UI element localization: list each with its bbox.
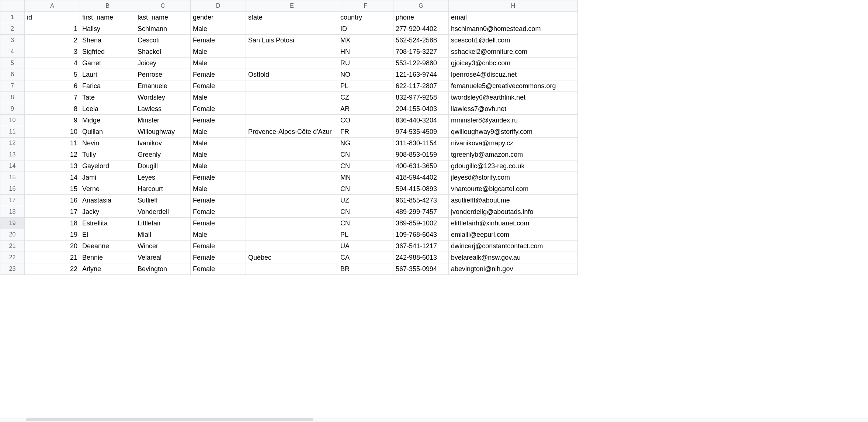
cell-B16[interactable]: Verne — [80, 183, 135, 195]
cell-C14[interactable]: Dougill — [135, 160, 191, 172]
cell-G15[interactable]: 418-594-4402 — [393, 172, 449, 183]
cell-C9[interactable]: Lawless — [135, 103, 191, 115]
row-header-6[interactable]: 6 — [0, 69, 25, 80]
cell-B15[interactable]: Jami — [80, 172, 135, 183]
cell-E5[interactable] — [246, 58, 338, 69]
cell-E9[interactable] — [246, 103, 338, 115]
cell-H6[interactable]: lpenrose4@discuz.net — [449, 69, 578, 80]
cell-B2[interactable]: Hallsy — [80, 23, 135, 35]
cell-E22[interactable]: Québec — [246, 252, 338, 263]
cell-B20[interactable]: El — [80, 229, 135, 241]
cell-C8[interactable]: Wordsley — [135, 92, 191, 103]
row-header-12[interactable]: 12 — [0, 138, 25, 149]
cell-B4[interactable]: Sigfried — [80, 46, 135, 58]
cell-D10[interactable]: Female — [191, 115, 246, 126]
cell-D6[interactable]: Female — [191, 69, 246, 80]
cell-C20[interactable]: Miall — [135, 229, 191, 241]
row-header-16[interactable]: 16 — [0, 183, 25, 195]
cell-H9[interactable]: llawless7@ovh.net — [449, 103, 578, 115]
row-header-8[interactable]: 8 — [0, 92, 25, 103]
cell-C21[interactable]: Wincer — [135, 241, 191, 252]
cell-D8[interactable]: Male — [191, 92, 246, 103]
cell-A14[interactable]: 13 — [25, 160, 80, 172]
cell-C3[interactable]: Cescoti — [135, 35, 191, 46]
cell-F20[interactable]: PL — [338, 229, 393, 241]
column-header-F[interactable]: F — [338, 0, 393, 12]
cell-H20[interactable]: emialli@eepurl.com — [449, 229, 578, 241]
cell-B9[interactable]: Leela — [80, 103, 135, 115]
cell-F1[interactable]: country — [338, 12, 393, 23]
cell-G9[interactable]: 204-155-0403 — [393, 103, 449, 115]
cell-C4[interactable]: Shackel — [135, 46, 191, 58]
cell-F12[interactable]: NG — [338, 138, 393, 149]
row-header-10[interactable]: 10 — [0, 115, 25, 126]
cell-H2[interactable]: hschimann0@homestead.com — [449, 23, 578, 35]
cell-A15[interactable]: 14 — [25, 172, 80, 183]
column-header-B[interactable]: B — [80, 0, 135, 12]
cell-F8[interactable]: CZ — [338, 92, 393, 103]
cell-D5[interactable]: Male — [191, 58, 246, 69]
cell-D21[interactable]: Female — [191, 241, 246, 252]
cell-A23[interactable]: 22 — [25, 263, 80, 275]
cell-H4[interactable]: sshackel2@omniture.com — [449, 46, 578, 58]
cell-F19[interactable]: CN — [338, 218, 393, 229]
row-header-23[interactable]: 23 — [0, 263, 25, 275]
cell-F22[interactable]: CA — [338, 252, 393, 263]
column-header-D[interactable]: D — [191, 0, 246, 12]
cell-A9[interactable]: 8 — [25, 103, 80, 115]
cell-C13[interactable]: Greenly — [135, 149, 191, 160]
cell-C12[interactable]: Ivanikov — [135, 138, 191, 149]
row-header-3[interactable]: 3 — [0, 35, 25, 46]
row-header-7[interactable]: 7 — [0, 80, 25, 92]
cell-G21[interactable]: 367-541-1217 — [393, 241, 449, 252]
cell-D19[interactable]: Female — [191, 218, 246, 229]
cell-F11[interactable]: FR — [338, 126, 393, 138]
cell-A2[interactable]: 1 — [25, 23, 80, 35]
cell-H12[interactable]: nivanikova@mapy.cz — [449, 138, 578, 149]
cell-G19[interactable]: 389-859-1002 — [393, 218, 449, 229]
cell-B5[interactable]: Garret — [80, 58, 135, 69]
cell-A17[interactable]: 16 — [25, 195, 80, 206]
cell-G22[interactable]: 242-988-6013 — [393, 252, 449, 263]
cell-F18[interactable]: CN — [338, 206, 393, 218]
cell-D16[interactable]: Male — [191, 183, 246, 195]
row-header-1[interactable]: 1 — [0, 12, 25, 23]
cell-F4[interactable]: HN — [338, 46, 393, 58]
cell-C16[interactable]: Harcourt — [135, 183, 191, 195]
cell-H10[interactable]: mminster8@yandex.ru — [449, 115, 578, 126]
row-header-19[interactable]: 19 — [0, 218, 25, 229]
cell-G18[interactable]: 489-299-7457 — [393, 206, 449, 218]
cell-F5[interactable]: RU — [338, 58, 393, 69]
row-header-5[interactable]: 5 — [0, 58, 25, 69]
cell-F16[interactable]: CN — [338, 183, 393, 195]
cell-C10[interactable]: Minster — [135, 115, 191, 126]
cell-D14[interactable]: Male — [191, 160, 246, 172]
cell-H21[interactable]: dwincerj@constantcontact.com — [449, 241, 578, 252]
cell-D7[interactable]: Female — [191, 80, 246, 92]
cell-G10[interactable]: 836-440-3204 — [393, 115, 449, 126]
cell-D2[interactable]: Male — [191, 23, 246, 35]
cell-H8[interactable]: twordsley6@earthlink.net — [449, 92, 578, 103]
cell-C18[interactable]: Vonderdell — [135, 206, 191, 218]
cell-G12[interactable]: 311-830-1154 — [393, 138, 449, 149]
horizontal-scrollbar-thumb[interactable] — [26, 418, 313, 421]
row-header-11[interactable]: 11 — [0, 126, 25, 138]
cell-B14[interactable]: Gayelord — [80, 160, 135, 172]
cell-B19[interactable]: Estrellita — [80, 218, 135, 229]
cell-B6[interactable]: Lauri — [80, 69, 135, 80]
cell-D9[interactable]: Female — [191, 103, 246, 115]
select-all-corner[interactable] — [0, 0, 25, 12]
cell-H7[interactable]: femanuele5@creativecommons.org — [449, 80, 578, 92]
cell-E15[interactable] — [246, 172, 338, 183]
row-header-17[interactable]: 17 — [0, 195, 25, 206]
cell-H14[interactable]: gdougillc@123-reg.co.uk — [449, 160, 578, 172]
cell-E17[interactable] — [246, 195, 338, 206]
cell-E14[interactable] — [246, 160, 338, 172]
cell-C15[interactable]: Leyes — [135, 172, 191, 183]
grid-container[interactable]: ABCDEFGH 1idfirst_namelast_namegendersta… — [0, 0, 868, 417]
cell-A10[interactable]: 9 — [25, 115, 80, 126]
cell-G7[interactable]: 622-117-2807 — [393, 80, 449, 92]
column-header-E[interactable]: E — [246, 0, 338, 12]
cell-D18[interactable]: Female — [191, 206, 246, 218]
cell-B22[interactable]: Bennie — [80, 252, 135, 263]
